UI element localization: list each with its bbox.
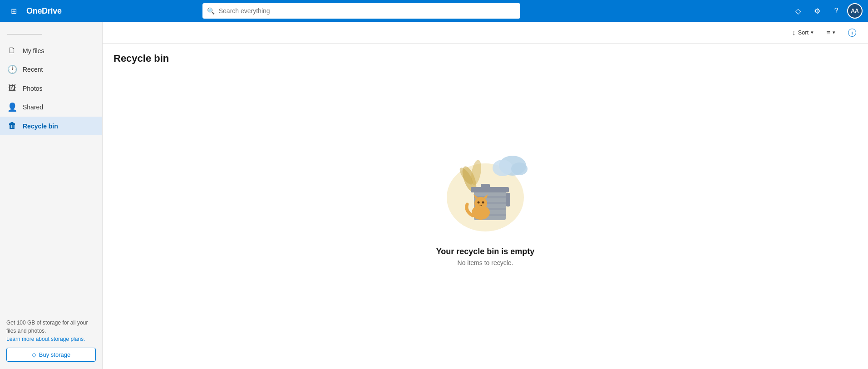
buy-storage-label: Buy storage: [39, 351, 70, 358]
sidebar-item-recent[interactable]: 🕐 Recent: [0, 60, 102, 79]
svg-point-16: [474, 197, 487, 210]
sidebar-item-my-files[interactable]: 🗋 My files: [0, 41, 102, 60]
svg-point-3: [511, 162, 528, 175]
info-icon: i: [848, 29, 856, 37]
sidebar-item-recycle-bin[interactable]: 🗑 Recycle bin: [0, 117, 102, 135]
buy-storage-diamond-icon: ◇: [32, 351, 36, 358]
view-icon: ≡: [826, 29, 830, 36]
sidebar-spacer: [0, 135, 102, 313]
svg-point-2: [493, 160, 513, 176]
page-title: Recycle bin: [103, 44, 868, 70]
sidebar-item-shared[interactable]: 👤 Shared: [0, 98, 102, 117]
sort-chevron-icon: ▾: [811, 30, 814, 35]
storage-plans-link[interactable]: Learn more about storage plans.: [6, 336, 85, 342]
sidebar-footer: Get 100 GB of storage for all your files…: [0, 313, 102, 369]
content-area: ↕ Sort ▾ ≡ ▾ i Recycle bin: [103, 22, 868, 369]
sidebar-item-label: Photos: [23, 85, 43, 92]
my-files-icon: 🗋: [7, 46, 17, 55]
app-logo: OneDrive: [26, 6, 62, 16]
svg-point-19: [478, 202, 480, 204]
sidebar-user: ———————: [0, 24, 102, 41]
avatar[interactable]: AA: [847, 3, 863, 19]
sort-icon: ↕: [792, 29, 796, 36]
search-icon: 🔍: [207, 7, 215, 15]
svg-rect-9: [481, 184, 490, 188]
empty-state: Your recycle bin is empty No items to re…: [103, 70, 868, 369]
empty-heading: Your recycle bin is empty: [436, 247, 535, 256]
search-container: 🔍: [202, 3, 520, 19]
buy-storage-button[interactable]: ◇ Buy storage: [6, 348, 96, 362]
main-layout: ——————— 🗋 My files 🕐 Recent 🖼 Photos 👤 S…: [0, 22, 868, 369]
empty-subtext: No items to recycle.: [458, 259, 513, 266]
topnav: ⊞ OneDrive 🔍 ◇ ⚙ ? AA: [0, 0, 868, 22]
diamond-icon-button[interactable]: ◇: [790, 3, 806, 19]
sidebar-item-photos[interactable]: 🖼 Photos: [0, 79, 102, 98]
content-body: Recycle bin: [103, 44, 868, 369]
sidebar-item-label: My files: [23, 47, 44, 54]
content-toolbar: ↕ Sort ▾ ≡ ▾ i: [103, 22, 868, 44]
svg-point-20: [482, 202, 484, 204]
topnav-actions: ◇ ⚙ ? AA: [790, 3, 863, 19]
shared-icon: 👤: [7, 102, 17, 112]
empty-illustration: [435, 136, 535, 236]
sidebar-item-label: Recycle bin: [23, 123, 58, 130]
info-button[interactable]: i: [843, 26, 861, 39]
view-button[interactable]: ≡ ▾: [822, 26, 840, 39]
view-chevron-icon: ▾: [833, 30, 835, 35]
svg-rect-8: [471, 187, 509, 192]
sidebar-item-label: Shared: [23, 103, 43, 111]
svg-rect-14: [506, 193, 510, 207]
sort-label: Sort: [798, 29, 809, 36]
help-icon-button[interactable]: ?: [828, 3, 844, 19]
search-input[interactable]: [202, 3, 520, 19]
sidebar: ——————— 🗋 My files 🕐 Recent 🖼 Photos 👤 S…: [0, 22, 103, 369]
waffle-icon[interactable]: ⊞: [5, 3, 22, 19]
sort-button[interactable]: ↕ Sort ▾: [788, 26, 818, 39]
promo-text: Get 100 GB of storage for all your files…: [6, 320, 88, 334]
photos-icon: 🖼: [7, 84, 17, 93]
sidebar-item-label: Recent: [23, 66, 43, 73]
settings-icon-button[interactable]: ⚙: [809, 3, 825, 19]
recent-icon: 🕐: [7, 64, 17, 74]
recycle-bin-icon: 🗑: [7, 121, 17, 131]
